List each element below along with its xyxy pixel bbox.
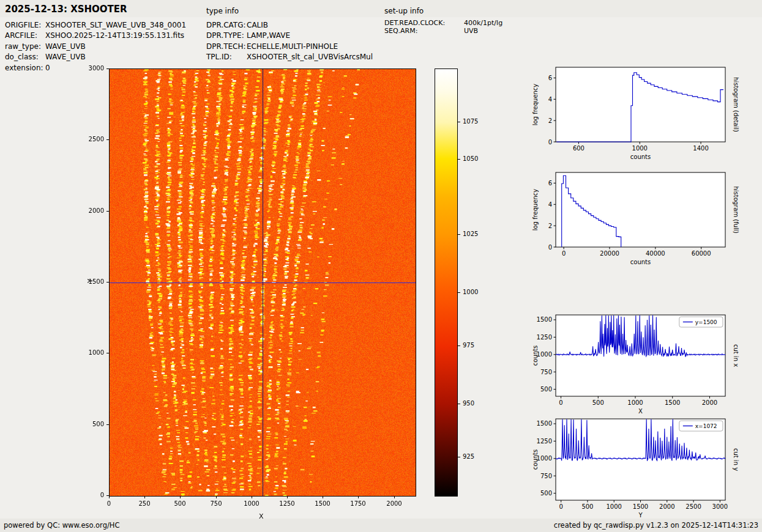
x-axis-label: counts bbox=[630, 153, 651, 160]
cut-in-x-plot: 0500100015002000500750100012501500Xcount… bbox=[520, 309, 760, 423]
y-tick-label: 3000 bbox=[80, 65, 104, 72]
y-tick-label: 6 bbox=[548, 75, 552, 81]
colorbar-tick-mark bbox=[458, 292, 460, 293]
colorbar-tick-mark bbox=[458, 159, 460, 160]
colorbar-tick-mark bbox=[458, 404, 460, 404]
y-tick-mark bbox=[106, 139, 109, 140]
meta-value: WAVE_UVB bbox=[45, 53, 86, 61]
meta-row: DPR.TECH:ECHELLE,MULTI-PINHOLE bbox=[206, 42, 373, 52]
y-tick-label: 2000 bbox=[80, 207, 104, 214]
footer-bar: powered by QC: www.eso.org/HC created by… bbox=[0, 519, 762, 532]
meta-row: DPR.TYPE:LAMP,WAVE bbox=[206, 31, 373, 41]
x-tick-label: 500 bbox=[169, 500, 191, 507]
colorbar-tick-mark bbox=[458, 122, 460, 122]
meta-row: DET.READ.CLOCK:400k/1pt/lg bbox=[384, 20, 502, 28]
x-tick-label: 1000 bbox=[627, 399, 643, 406]
plot-right-title: histogram (full) bbox=[733, 186, 739, 233]
colorbar-tick-label: 975 bbox=[463, 342, 474, 349]
setup-info-block: DET.READ.CLOCK:400k/1pt/lg SEQ.ARM:UVB bbox=[384, 20, 502, 35]
meta-label: ORIGFILE: bbox=[5, 20, 45, 31]
axes-frame bbox=[556, 67, 725, 142]
x-axis-label: counts bbox=[630, 259, 651, 265]
x-tick-label: 1400 bbox=[693, 145, 708, 152]
y-tick-label: 1500 bbox=[537, 316, 552, 323]
meta-row: SEQ.ARM:UVB bbox=[384, 28, 502, 35]
x-tick-label: 1500 bbox=[312, 500, 334, 507]
meta-label: DPR.TECH: bbox=[206, 42, 247, 52]
y-tick-label: 0 bbox=[548, 139, 552, 146]
colorbar-tick-label: 1025 bbox=[463, 231, 478, 237]
colorbar-tick-label: 1000 bbox=[463, 289, 478, 295]
x-tick-mark bbox=[180, 496, 181, 498]
y-tick-label: 6 bbox=[548, 180, 552, 187]
x-tick-label: 250 bbox=[133, 500, 155, 507]
meta-value: LAMP,WAVE bbox=[247, 31, 290, 40]
colorbar-tick-label: 925 bbox=[463, 453, 474, 460]
y-tick-label: 4 bbox=[548, 201, 552, 208]
meta-value: CALIB bbox=[247, 21, 268, 29]
plot-right-title: histogram (detail) bbox=[733, 77, 739, 132]
x-tick-mark bbox=[216, 496, 217, 498]
colorbar-tick-label: 1075 bbox=[463, 118, 478, 125]
x-tick-mark bbox=[394, 496, 395, 498]
y-tick-mark bbox=[106, 68, 109, 69]
meta-value: XSHOOTER_SLT_WAVE_UVB_348_0001 bbox=[45, 21, 186, 29]
qc-report-page: 2025-12-13: XSHOOTER type info set-up in… bbox=[0, 0, 762, 532]
x-tick-label: 0 bbox=[559, 503, 562, 510]
x-tick-label: 1250 bbox=[276, 500, 298, 507]
y-tick-label: 2 bbox=[548, 117, 552, 124]
x-tick-label: 1500 bbox=[665, 399, 680, 406]
x-tick-label: 0 bbox=[562, 250, 566, 257]
x-tick-label: 2000 bbox=[702, 399, 717, 406]
type-info-heading: type info bbox=[206, 7, 239, 15]
x-tick-label: 600 bbox=[573, 145, 585, 152]
page-title: 2025-12-13: XSHOOTER bbox=[5, 4, 127, 15]
x-axis-label: Y bbox=[638, 512, 643, 519]
y-tick-mark bbox=[106, 495, 109, 496]
y-tick-label: 4 bbox=[548, 96, 552, 103]
meta-value: WAVE_UVB bbox=[45, 42, 86, 51]
y-tick-label: 1250 bbox=[537, 334, 552, 341]
meta-label: extension: bbox=[5, 63, 45, 73]
x-tick-label: 1000 bbox=[241, 500, 263, 507]
raw-frame-plotbox bbox=[109, 68, 416, 497]
legend-label: x=1072 bbox=[695, 423, 717, 429]
meta-label: DET.READ.CLOCK: bbox=[384, 20, 464, 28]
x-tick-label: 20000 bbox=[600, 250, 619, 257]
colorbar-tick-label: 950 bbox=[463, 400, 474, 407]
colorbar-tick-mark bbox=[458, 457, 460, 457]
y-tick-label: 1250 bbox=[537, 438, 552, 445]
colorbar-tick-mark bbox=[458, 234, 460, 235]
x-tick-label: 500 bbox=[581, 503, 593, 510]
x-tick-mark bbox=[323, 496, 323, 498]
histogram-full-plot: 02000040000600000246countslog frequencyh… bbox=[520, 166, 760, 272]
main-figure: X Y 025050075010001250150017502000050010… bbox=[72, 61, 488, 532]
x-tick-label: 3000 bbox=[712, 503, 728, 510]
y-axis-label: counts bbox=[532, 345, 539, 366]
meta-label: SEQ.ARM: bbox=[384, 28, 464, 35]
meta-label: do_class: bbox=[5, 52, 45, 62]
y-axis-label: log frequency bbox=[532, 84, 539, 126]
y-tick-mark bbox=[106, 211, 109, 212]
x-tick-label: 0 bbox=[98, 500, 120, 507]
footer-left-text: powered by QC: www.eso.org/HC bbox=[4, 521, 119, 530]
y-tick-label: 2 bbox=[548, 223, 552, 229]
y-tick-label: 500 bbox=[80, 421, 104, 427]
x-tick-mark bbox=[109, 496, 110, 498]
meta-row: raw_type:WAVE_UVB bbox=[5, 42, 186, 52]
colorbar: 1075105010251000975950925 bbox=[435, 68, 496, 497]
meta-value: UVB bbox=[464, 27, 478, 35]
x-tick-label: 0 bbox=[559, 399, 562, 406]
meta-value: 0 bbox=[45, 64, 50, 72]
y-tick-label: 1500 bbox=[537, 420, 552, 427]
y-axis-label: counts bbox=[532, 449, 539, 470]
plot-right-title: cut in x bbox=[733, 344, 739, 367]
meta-label: raw_type: bbox=[5, 42, 45, 52]
y-tick-label: 1000 bbox=[537, 455, 552, 462]
x-tick-label: 1500 bbox=[633, 503, 648, 510]
type-info-block: DPR.CATG:CALIB DPR.TYPE:LAMP,WAVE DPR.TE… bbox=[206, 20, 373, 63]
x-tick-label: 2000 bbox=[383, 500, 405, 507]
y-tick-label: 500 bbox=[540, 386, 552, 393]
crosshair-vertical-line bbox=[263, 69, 263, 496]
plot-right-title: cut in y bbox=[733, 448, 739, 471]
